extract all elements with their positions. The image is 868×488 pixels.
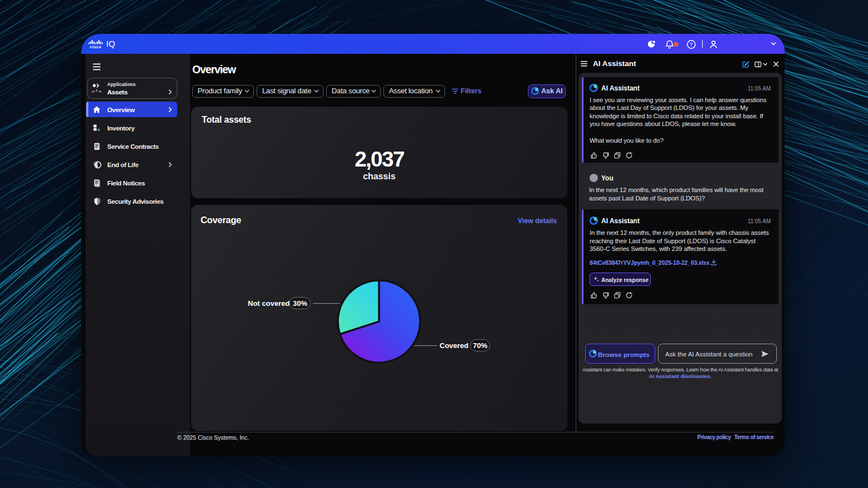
svg-text:?: ? — [690, 41, 692, 47]
